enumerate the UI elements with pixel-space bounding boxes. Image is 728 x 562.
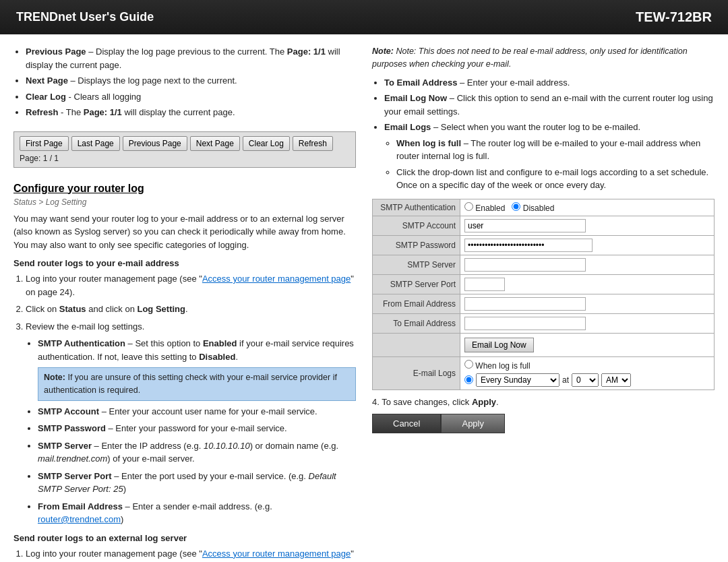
last-page-button[interactable]: Last Page — [71, 136, 120, 151]
refresh-button[interactable]: Refresh — [293, 136, 333, 151]
email-log-now-cell: Email Log Now — [460, 333, 715, 356]
smtp-settings-table: SMTP Authentication Enabled Disabled SMT… — [372, 199, 715, 390]
to-email-label: To Email Address — [373, 313, 460, 333]
nav-buttons-row: First Page Last Page Previous Page Next … — [20, 136, 350, 151]
save-note: 4. To save changes, click Apply. — [372, 397, 715, 407]
clear-log-button[interactable]: Clear Log — [243, 136, 290, 151]
step-2: Click on Status and click on Log Setting… — [26, 303, 356, 316]
right-bullets: To Email Address – Enter your e-mail add… — [372, 76, 715, 192]
guide-title: TRENDnet User's Guide — [16, 10, 154, 24]
step-3: Review the e-mail log settings. SMTP Aut… — [26, 320, 356, 526]
smtp-server-value — [460, 255, 715, 274]
smtp-password-row: SMTP Password — [373, 235, 715, 255]
from-email-link[interactable]: router@trendnet.com — [38, 514, 121, 524]
email-logs-row: E-mail Logs When log is full Every Sunda… — [373, 356, 715, 389]
smtp-password-label: SMTP Password — [373, 235, 460, 255]
intro-text: You may want send your router log to you… — [13, 212, 356, 252]
from-email-row: From Email Address — [373, 294, 715, 313]
nav-buttons-area: First Page Last Page Previous Page Next … — [13, 131, 356, 168]
smtp-account-row: SMTP Account — [373, 216, 715, 235]
left-column: Previous Page – Display the log page pre… — [13, 45, 356, 562]
when-log-full-radio[interactable] — [464, 360, 473, 369]
email-log-now-bullet: Email Log Now – Click this option to sen… — [384, 92, 715, 118]
smtp-auth-bullet: SMTP Authentication – Set this option to… — [38, 337, 356, 401]
smtp-port-bullet: SMTP Server Port – Enter the port used b… — [38, 470, 356, 496]
ext-step-1: Log into your router management page (se… — [26, 547, 356, 563]
smtp-disabled-radio[interactable] — [512, 202, 520, 211]
next-page-button[interactable]: Next Page — [190, 136, 240, 151]
smtp-auth-label: SMTP Authentication — [373, 199, 460, 216]
email-logs-sub: When log is full – The router log will b… — [384, 137, 715, 192]
email-log-now-row: Email Log Now — [373, 333, 715, 356]
at-label: at — [562, 375, 569, 385]
smtp-auth-value: Enabled Disabled — [460, 199, 715, 216]
bullet-next-page: Next Page – Displays the log page next t… — [26, 74, 356, 88]
main-content: Previous Page – Display the log page pre… — [0, 34, 728, 562]
action-buttons: Cancel Apply — [372, 414, 574, 433]
smtp-server-label: SMTP Server — [373, 255, 460, 274]
from-email-input[interactable] — [464, 297, 586, 311]
right-note: Note: Note: This does not need to be rea… — [372, 45, 715, 71]
from-email-label: From Email Address — [373, 294, 460, 313]
email-log-now-label — [373, 333, 460, 356]
to-email-bullet: To Email Address – Enter your e-mail add… — [384, 76, 715, 90]
smtp-enabled-radio[interactable] — [464, 202, 473, 211]
smtp-server-row: SMTP Server — [373, 255, 715, 274]
from-email-value — [460, 294, 715, 313]
smtp-port-input[interactable] — [464, 278, 505, 291]
access-router-link-1[interactable]: Access your router management page — [202, 274, 351, 284]
email-schedule-row: Every Sunday Every Monday Every Tuesday … — [464, 373, 710, 387]
to-email-input[interactable] — [464, 317, 586, 330]
cancel-button[interactable]: Cancel — [372, 414, 441, 433]
smtp-account-bullet: SMTP Account – Enter your account user n… — [38, 405, 356, 418]
smtp-auth-row: SMTP Authentication Enabled Disabled — [373, 199, 715, 216]
smtp-port-label: SMTP Server Port — [373, 274, 460, 294]
smtp-server-input[interactable] — [464, 258, 586, 272]
step-1: Log into your router management page (se… — [26, 272, 356, 299]
page-header: TRENDnet User's Guide TEW-712BR — [0, 0, 728, 34]
page-indicator: Page: 1 / 1 — [20, 154, 350, 163]
previous-page-button[interactable]: Previous Page — [123, 136, 187, 151]
schedule-radio[interactable] — [464, 375, 473, 384]
smtp-password-value — [460, 235, 715, 255]
bullet-clear-log: Clear Log - Clears all logging — [26, 90, 356, 104]
first-page-button[interactable]: First Page — [20, 136, 69, 151]
when-log-full-bullet: When log is full – The router log will b… — [396, 137, 715, 163]
sub-bullets: SMTP Authentication – Set this option to… — [26, 337, 356, 526]
smtp-account-label: SMTP Account — [373, 216, 460, 235]
bullet-refresh: Refresh - The Page: 1/1 will display the… — [26, 106, 356, 119]
to-email-row: To Email Address — [373, 313, 715, 333]
email-logs-bullet: Email Logs – Select when you want the ro… — [384, 121, 715, 192]
send-heading: Send router logs to your e-mail address — [13, 258, 356, 268]
bullet-label: Previous Page — [26, 46, 86, 57]
click-dropdown-bullet: Click the drop-down list and configure t… — [396, 166, 715, 192]
smtp-server-bullet: SMTP Server – Enter the IP address (e.g.… — [38, 439, 356, 466]
external-steps-list: Log into your router management page (se… — [13, 547, 356, 563]
apply-button[interactable]: Apply — [441, 414, 505, 433]
smtp-port-row: SMTP Server Port — [373, 274, 715, 294]
smtp-auth-radio-group: Enabled Disabled — [464, 202, 710, 213]
email-log-now-button[interactable]: Email Log Now — [464, 338, 534, 352]
status-path: Status > Log Setting — [13, 197, 356, 207]
schedule-hour-select[interactable]: 0123 4567 891011 — [572, 373, 599, 387]
note-highlight: Note: If you are unsure of this setting … — [38, 367, 356, 401]
email-logs-options: When log is full Every Sunday Every Mond… — [464, 360, 710, 387]
smtp-disabled-label: Disabled — [512, 202, 554, 213]
bullet-previous-page: Previous Page – Display the log page pre… — [26, 45, 356, 71]
section-heading: Configure your router log — [13, 183, 356, 195]
smtp-password-bullet: SMTP Password – Enter your password for … — [38, 422, 356, 435]
external-log-heading: Send router logs to an external log serv… — [13, 533, 356, 543]
steps-list: Log into your router management page (se… — [13, 272, 356, 526]
model-number: TEW-712BR — [636, 9, 712, 25]
smtp-enabled-label: Enabled — [464, 202, 505, 213]
to-email-value — [460, 313, 715, 333]
schedule-ampm-select[interactable]: AM PM — [601, 373, 631, 387]
right-column: Note: Note: This does not need to be rea… — [372, 45, 715, 562]
access-router-link-2[interactable]: Access your router management page — [202, 549, 351, 559]
feature-bullets: Previous Page – Display the log page pre… — [13, 45, 356, 119]
smtp-account-input[interactable] — [464, 219, 586, 232]
when-log-full-radio-label: When log is full — [464, 360, 710, 371]
schedule-day-select[interactable]: Every Sunday Every Monday Every Tuesday … — [476, 373, 559, 387]
smtp-account-value — [460, 216, 715, 235]
smtp-password-input[interactable] — [464, 239, 593, 252]
